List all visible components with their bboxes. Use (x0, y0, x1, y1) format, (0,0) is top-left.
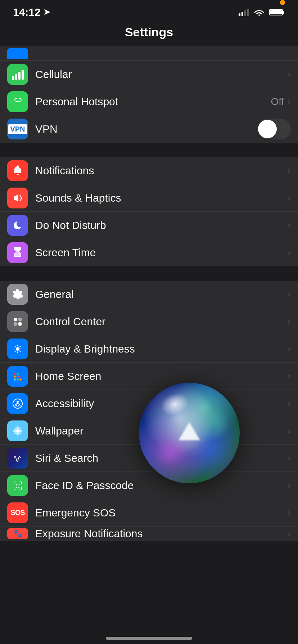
home-screen-chevron-icon: › (288, 371, 291, 382)
home-screen-icon (7, 366, 28, 387)
personal-hotspot-value: Off (271, 96, 284, 107)
exposure-notifications-label: Exposure Notifications (35, 528, 288, 540)
location-icon: ➤ (44, 8, 50, 17)
cellular-row[interactable]: Cellular › (0, 61, 298, 88)
svg-rect-30 (14, 482, 14, 484)
notifications-group: Notifications › Sounds & Haptics › D (0, 157, 298, 266)
vpn-label: VPN (35, 123, 257, 135)
time-display: 14:12 ➤ (13, 6, 50, 18)
cellular-label: Cellular (35, 68, 288, 80)
speaker-icon (12, 193, 23, 203)
hourglass-icon (13, 247, 23, 259)
home-screen-row[interactable]: Home Screen › (0, 363, 298, 390)
exposure-notifications-row[interactable]: 🐾 Exposure Notifications › (0, 526, 298, 541)
control-center-label: Control Center (35, 316, 288, 328)
sounds-haptics-icon (7, 188, 28, 208)
siri-arrow-shape (179, 422, 200, 440)
wallpaper-icon (7, 420, 28, 441)
do-not-disturb-label: Do Not Disturb (35, 219, 288, 231)
personal-hotspot-row[interactable]: Personal Hotspot Off › (0, 88, 298, 115)
wifi-icon (253, 8, 265, 17)
screen-time-chevron-icon: › (288, 247, 291, 258)
face-id-chevron-icon: › (288, 480, 291, 491)
do-not-disturb-chevron-icon: › (288, 220, 291, 231)
control-center-chevron-icon: › (288, 316, 291, 327)
bell-icon (12, 165, 23, 177)
separator-2 (0, 266, 298, 281)
emergency-sos-label: Emergency SOS (35, 507, 288, 519)
emergency-sos-row[interactable]: SOS Emergency SOS › (0, 499, 298, 526)
display-brightness-label: Display & Brightness (35, 343, 288, 355)
do-not-disturb-row[interactable]: Do Not Disturb › (0, 212, 298, 239)
cellular-bars-icon (12, 69, 24, 80)
person-circle-icon (12, 398, 23, 409)
separator-1 (0, 143, 298, 157)
moon-icon (12, 220, 23, 231)
svg-rect-6 (18, 318, 22, 321)
svg-point-13 (17, 376, 19, 378)
accessibility-icon (7, 393, 28, 414)
signal-strength-icon (239, 8, 249, 16)
home-indicator (106, 637, 192, 640)
sounds-haptics-row[interactable]: Sounds & Haptics › (0, 184, 298, 212)
display-brightness-row[interactable]: Display & Brightness › (0, 335, 298, 363)
screen-time-label: Screen Time (35, 247, 288, 259)
sos-text-icon: SOS (10, 509, 24, 517)
nav-title: Settings (0, 22, 298, 46)
svg-rect-5 (14, 322, 17, 326)
home-screen-label: Home Screen (35, 370, 288, 382)
svg-point-15 (14, 378, 16, 381)
flower-icon (12, 426, 23, 436)
exposure-notifications-chevron-icon: › (288, 528, 291, 539)
siri-green-glow (200, 404, 229, 440)
wifi-setting-icon (7, 48, 28, 59)
chain-icon (12, 96, 24, 108)
svg-point-3 (19, 165, 23, 169)
gear-icon (12, 289, 23, 300)
control-center-icon (7, 311, 28, 332)
svg-rect-34 (14, 487, 14, 489)
personal-hotspot-icon (7, 91, 28, 112)
toggles-icon (12, 316, 23, 327)
face-id-row[interactable]: Face ID & Passcode › (0, 472, 298, 499)
exposure-icon: 🐾 (7, 528, 28, 539)
svg-rect-4 (14, 318, 17, 321)
general-icon (7, 284, 28, 305)
general-row[interactable]: General › (0, 281, 298, 308)
accessibility-chevron-icon: › (288, 398, 291, 409)
display-brightness-icon (7, 339, 28, 359)
control-center-row[interactable]: Control Center › (0, 308, 298, 335)
cellular-chevron-icon: › (288, 69, 291, 80)
vpn-row[interactable]: VPN VPN (0, 115, 298, 143)
svg-rect-36 (21, 487, 22, 489)
svg-point-37 (16, 484, 17, 485)
screen-time-icon (7, 242, 28, 263)
siri-purple-glow (153, 437, 189, 465)
svg-rect-2 (270, 10, 282, 14)
svg-rect-35 (19, 489, 22, 489)
svg-point-8 (16, 347, 19, 351)
siri-search-chevron-icon: › (288, 452, 291, 464)
svg-rect-1 (283, 11, 284, 14)
cellular-icon (7, 64, 28, 85)
face-scan-icon (12, 480, 23, 491)
face-id-icon (7, 475, 28, 496)
siri-wave-icon (13, 453, 22, 464)
general-label: General (35, 288, 288, 300)
svg-rect-31 (19, 482, 22, 482)
partial-wifi-row (0, 46, 298, 61)
do-not-disturb-icon (7, 215, 28, 236)
orange-dot (280, 0, 285, 5)
svg-point-10 (17, 373, 19, 375)
svg-rect-7 (18, 322, 22, 326)
svg-rect-32 (21, 482, 22, 484)
vpn-toggle-knob (258, 120, 277, 138)
svg-point-38 (19, 484, 20, 485)
vpn-toggle[interactable] (257, 119, 291, 139)
screen-time-row[interactable]: Screen Time › (0, 239, 298, 266)
personal-hotspot-chevron-icon: › (288, 96, 291, 107)
dots-grid-icon (12, 371, 23, 382)
siri-orb-overlay (139, 383, 240, 483)
vpn-icon: VPN (7, 119, 28, 139)
notifications-row[interactable]: Notifications › (0, 157, 298, 184)
